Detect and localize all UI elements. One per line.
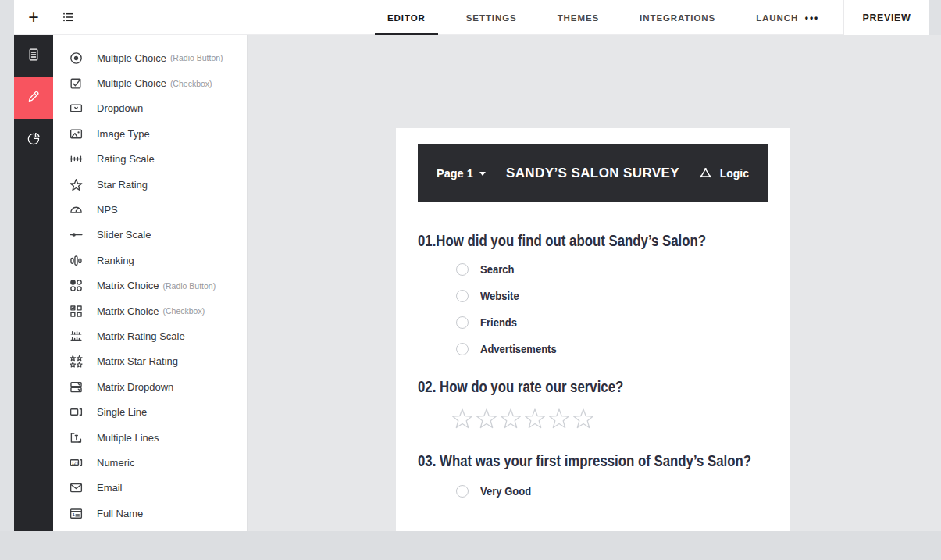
question-type-label: NPS [97, 204, 118, 216]
star-icon[interactable] [523, 407, 547, 430]
question-type-label: Single Line [97, 406, 147, 418]
option-friends[interactable]: Friends [396, 309, 790, 336]
star-icon[interactable] [572, 407, 595, 430]
question-type-matrix-star-rating[interactable]: Matrix Star Rating [53, 349, 247, 374]
question-type-multiple-choice-checkbox-[interactable]: Multiple Choice(Checkbox) [53, 70, 247, 95]
radio-button-icon[interactable] [456, 485, 469, 498]
top-bar: + EDITORSETTINGSTHEMESINTEGRATIONSLAUNCH… [14, 0, 929, 35]
page-selector[interactable]: Page 1 [437, 167, 486, 180]
question-heading[interactable]: 03. What was your first impression of Sa… [418, 452, 790, 470]
option-very-good[interactable]: Very Good [396, 478, 790, 505]
question-type-label: Matrix Choice [97, 280, 159, 291]
question-type-email[interactable]: Email [53, 476, 247, 501]
star-icon[interactable] [499, 407, 522, 430]
question-type-label: Star Rating [97, 179, 148, 191]
question-type-multiple-choice-radio-button-[interactable]: Multiple Choice(Radio Button) [53, 45, 247, 70]
question-type-panel: Multiple Choice(Radio Button)Multiple Ch… [53, 35, 248, 531]
question-type-nps[interactable]: NPS [53, 197, 247, 222]
question-heading[interactable]: 02. How do you rate our service? [418, 378, 790, 396]
star-icon [69, 177, 84, 192]
question-type-label: Matrix Star Rating [97, 355, 178, 367]
question-type-label: Ranking [97, 255, 134, 266]
tab-integrations[interactable]: INTEGRATIONS [619, 0, 736, 35]
bottom-strip [0, 531, 941, 560]
checkbox-icon [69, 76, 84, 91]
star-icon[interactable] [475, 407, 498, 430]
ellipsis-icon: ••• [805, 12, 820, 23]
rail-item-pie-chart[interactable] [14, 119, 53, 162]
question-heading-text: 01.How did you find out about Sandy’s Sa… [418, 232, 706, 250]
question-type-label: Email [97, 482, 123, 494]
question-type-matrix-choice-checkbox-[interactable]: Matrix Choice(Checkbox) [53, 298, 247, 323]
question-type-sublabel: (Radio Button) [170, 53, 223, 62]
full-name-icon: 1 [69, 506, 84, 521]
email-icon [69, 480, 84, 495]
left-icon-rail [14, 35, 53, 531]
radio-button-icon[interactable] [456, 316, 469, 329]
option-label: Website [480, 289, 519, 303]
question-heading[interactable]: 01.How did you find out about Sandy’s Sa… [418, 232, 790, 250]
multiple-lines-icon [69, 430, 84, 445]
question-type-rating-scale[interactable]: Rating Scale [53, 147, 247, 172]
tab-settings[interactable]: SETTINGS [446, 0, 537, 35]
preview-button[interactable]: PREVIEW [843, 0, 929, 35]
question-type-multiple-lines[interactable]: Multiple Lines [53, 425, 247, 450]
question-type-label: Numeric [97, 457, 134, 469]
question-type-label: Full Name [97, 508, 143, 519]
option-label: Search [480, 262, 514, 276]
question-heading-text: 03. What was your first impression of Sa… [418, 452, 751, 470]
question-type-matrix-choice-radio-button-[interactable]: Matrix Choice(Radio Button) [53, 273, 247, 298]
question-type-full-name[interactable]: 1Full Name [53, 501, 247, 526]
question-type-single-line[interactable]: Single Line [53, 399, 247, 424]
question-type-label: Slider Scale [97, 229, 151, 241]
question-type-label: Dropdown [97, 102, 143, 114]
question-type-star-rating[interactable]: Star Rating [53, 172, 247, 197]
slider-icon [69, 227, 84, 242]
question-list-button[interactable] [53, 0, 84, 35]
question-type-slider-scale[interactable]: Slider Scale [53, 223, 247, 248]
svg-text:1: 1 [73, 512, 76, 517]
add-page-button[interactable]: + [14, 0, 53, 35]
rail-item-document[interactable] [14, 35, 53, 77]
star-icon[interactable] [547, 407, 571, 430]
matrix-dropdown-icon [69, 380, 84, 394]
matrix-star-icon [69, 354, 84, 369]
star-icon[interactable] [451, 407, 474, 430]
more-menu-button[interactable]: ••• [795, 0, 829, 35]
tab-themes[interactable]: THEMES [537, 0, 619, 35]
app-window: + EDITORSETTINGSTHEMESINTEGRATIONSLAUNCH… [0, 0, 941, 560]
question-type-label: Matrix Choice [97, 305, 159, 317]
question-type-sublabel: (Radio Button) [162, 281, 216, 291]
tab-editor[interactable]: EDITOR [367, 0, 446, 35]
question-type-dropdown[interactable]: Dropdown [53, 96, 247, 121]
logic-button[interactable]: Logic [698, 166, 749, 180]
radio-button-icon[interactable] [456, 290, 469, 302]
main-tabs: EDITORSETTINGSTHEMESINTEGRATIONSLAUNCH [367, 0, 818, 35]
logic-label: Logic [720, 167, 749, 180]
question-type-image-type[interactable]: Image Type [53, 121, 247, 146]
rating-scale-icon [69, 152, 84, 166]
option-advertisements[interactable]: Advertisements [396, 336, 790, 362]
question-type-matrix-rating-scale[interactable]: Matrix Rating Scale [53, 323, 247, 348]
radio-icon [69, 51, 84, 66]
dropdown-icon [69, 101, 84, 116]
image-icon [69, 127, 84, 141]
matrix-rating-icon [69, 329, 84, 344]
question-type-numeric[interactable]: 123Numeric [53, 450, 247, 475]
radio-button-icon[interactable] [456, 263, 469, 276]
question-type-label: Image Type [97, 128, 150, 140]
star-rating-row [451, 407, 790, 430]
matrix-radio-icon [69, 278, 84, 293]
editor-canvas: Page 1 SANDY’S SALON SURVEY Logic 01.How… [248, 35, 941, 531]
question-type-ranking[interactable]: Ranking [53, 248, 247, 273]
question-type-label: Multiple Lines [97, 432, 159, 444]
single-line-icon [69, 405, 84, 419]
ranking-icon [69, 253, 84, 268]
radio-button-icon[interactable] [456, 343, 469, 355]
list-icon [62, 10, 76, 24]
question-type-matrix-dropdown[interactable]: Matrix Dropdown [53, 374, 247, 399]
option-website[interactable]: Website [396, 283, 790, 309]
document-icon [26, 47, 41, 66]
option-search[interactable]: Search [396, 256, 790, 283]
rail-item-pencil[interactable] [14, 77, 53, 119]
